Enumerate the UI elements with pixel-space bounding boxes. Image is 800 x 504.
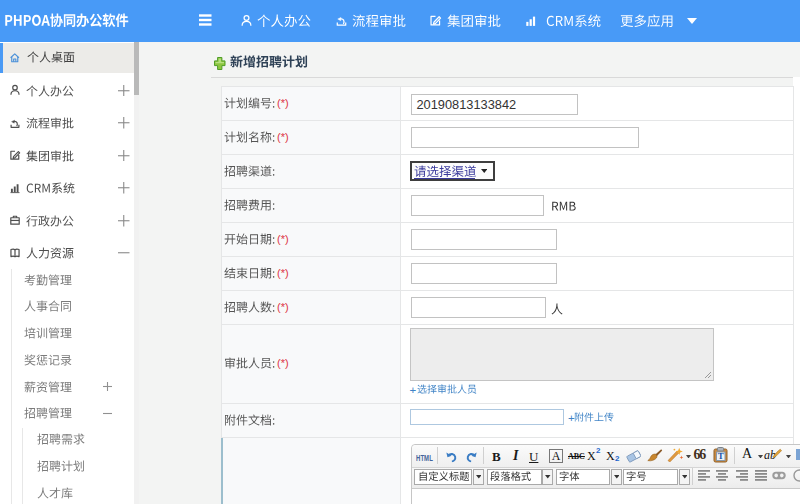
svg-text:T: T — [718, 451, 724, 461]
